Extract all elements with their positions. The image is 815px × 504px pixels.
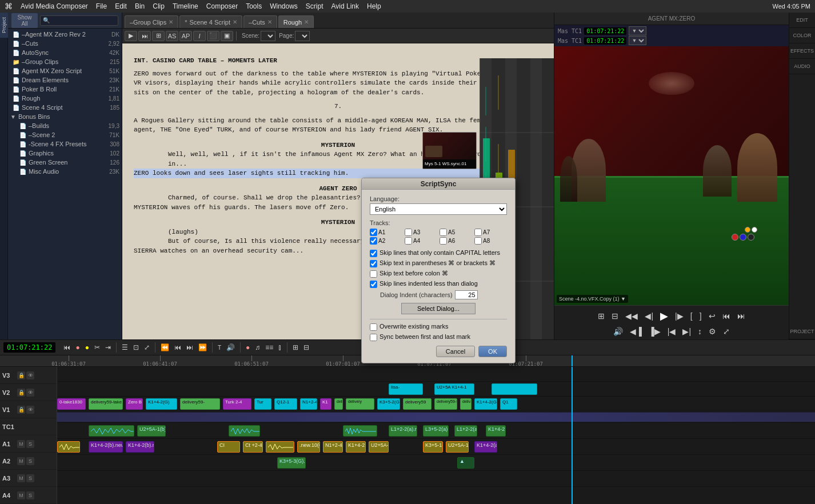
overwrite-cb[interactable]: [370, 323, 377, 331]
step-fwd-btn[interactable]: |▶: [673, 310, 686, 322]
clip-block[interactable]: K3+5-2(G): [377, 398, 400, 410]
track-vis-btn[interactable]: 👁: [26, 406, 34, 414]
transport-yellow-btn[interactable]: ●: [83, 343, 91, 351]
split-view-btn[interactable]: ⊟: [609, 310, 621, 322]
audio-clip[interactable]: U2+5A-1(b).new.02: [137, 425, 166, 437]
clip-block[interactable]: K1: [320, 398, 331, 410]
transport-prev-btn[interactable]: ⏮: [62, 343, 72, 351]
track-solo-btn[interactable]: S: [26, 474, 34, 482]
clip-block[interactable]: U2+5A K1+4-1: [434, 383, 474, 395]
list-item[interactable]: 📄 –Scene 2 71K: [8, 130, 122, 139]
clip-block[interactable]: Turk 2-4: [223, 398, 251, 410]
text-btn[interactable]: I: [193, 31, 206, 41]
ffwd-btn[interactable]: [: [688, 310, 695, 322]
transport-text-btn[interactable]: T: [216, 345, 223, 351]
clip-block[interactable]: K1+4-2(G): [146, 398, 177, 410]
clip-block[interactable]: Tur: [254, 398, 271, 410]
apple-menu[interactable]: ⌘: [5, 2, 13, 11]
transport-back-btn[interactable]: ⏮: [173, 343, 183, 351]
close-icon[interactable]: ✕: [233, 19, 237, 25]
clip-block[interactable]: K1+4-2(G): [474, 398, 497, 410]
settings-btn[interactable]: ⚙: [706, 326, 718, 337]
tab-scene4-script[interactable]: Scene 4 Script ✕: [179, 15, 242, 28]
ok-button[interactable]: OK: [478, 346, 507, 357]
transport-lft-btn[interactable]: ⇥: [103, 343, 113, 351]
audio-clip[interactable]: U2+5A-1(b).new: [369, 441, 389, 453]
clip-block[interactable]: N1+2-4: [300, 398, 317, 410]
audio-clip[interactable]: [57, 441, 80, 453]
step-back-btn[interactable]: ◀|: [642, 310, 656, 322]
track-solo-btn[interactable]: S: [26, 440, 34, 448]
transport-render-btn[interactable]: ●: [244, 343, 251, 351]
edit-panel-btn[interactable]: EDIT: [789, 13, 815, 28]
tab-group-clips[interactable]: –Group Clips ✕: [125, 15, 178, 28]
list-item[interactable]: 📄 Rough 1,81: [8, 94, 122, 103]
clip-block[interactable]: deliv: [460, 398, 472, 410]
audio-clip[interactable]: [266, 441, 294, 453]
play-btn[interactable]: ▶: [125, 31, 137, 41]
close-icon[interactable]: ✕: [304, 19, 309, 25]
audio-clip[interactable]: .new.10(G): [297, 441, 320, 453]
transport-vol-btn[interactable]: ♬: [253, 343, 262, 351]
list-item[interactable]: 📄 Scene 4 Script 185: [8, 103, 122, 112]
list-item[interactable]: 📄 Green Screen 126: [8, 158, 122, 167]
close-icon[interactable]: ✕: [267, 19, 272, 25]
audio-clip[interactable]: K1+4-2(b).new.10(G): [89, 441, 123, 453]
sync-between-cb[interactable]: [370, 334, 377, 341]
clip-block[interactable]: 0-take1830: [57, 398, 86, 410]
clip-block[interactable]: Q1: [500, 398, 517, 410]
clip-block[interactable]: [492, 383, 537, 395]
audio-btn[interactable]: 🔊: [611, 326, 625, 337]
list-item[interactable]: 📄 –Cuts 2,92: [8, 39, 122, 48]
menu-clip[interactable]: Clip: [153, 2, 165, 10]
tc2-select[interactable]: ▼: [629, 36, 646, 45]
sync-btn[interactable]: ↕: [696, 326, 704, 337]
skip-parens-cb[interactable]: [370, 260, 377, 267]
track-lock-btn[interactable]: 🔒: [17, 389, 25, 397]
audio-clip[interactable]: L3+5-2(a): [423, 425, 449, 437]
back-frame-btn[interactable]: ◀▐: [628, 326, 644, 337]
audio-clip[interactable]: K1+4-2: [486, 425, 506, 437]
transport-splice-btn[interactable]: ⊞: [291, 343, 300, 351]
goto-out-btn[interactable]: ▶|: [680, 326, 693, 337]
track-cb-a8-input[interactable]: [474, 237, 482, 245]
track-cb-a5-input[interactable]: [440, 229, 447, 236]
project-search-input[interactable]: [40, 15, 118, 26]
show-all-button[interactable]: Show All: [11, 13, 38, 28]
menu-help[interactable]: Help: [367, 2, 381, 10]
audio-clip[interactable]: L1+2-2(a): [454, 425, 477, 437]
audio-clip[interactable]: U2+5A-1(b)ne: [446, 441, 469, 453]
transport-rew-btn[interactable]: ⏪: [159, 343, 171, 351]
skip-colon-cb[interactable]: [370, 270, 377, 278]
tab-rough[interactable]: Rough ✕: [278, 15, 314, 28]
audio-clip[interactable]: Ct +2-4(a: [243, 441, 263, 453]
transport-cut-btn[interactable]: ✂: [93, 343, 102, 351]
transport-color-btn[interactable]: ●: [74, 343, 81, 351]
rew-btn[interactable]: ◀◀: [623, 310, 640, 322]
select-dialog-button[interactable]: Select Dialog...: [401, 303, 476, 314]
language-select[interactable]: English: [370, 203, 507, 215]
audio-clip[interactable]: K3+5-1(a): [423, 441, 443, 453]
list-item[interactable]: ▼ Bonus Bins: [8, 112, 122, 121]
menu-avidlink[interactable]: Avid Link: [331, 2, 359, 10]
audio-clip[interactable]: L1+2-2(a).new: [389, 425, 417, 437]
project-btn[interactable]: PROJECT: [789, 324, 815, 339]
transport-mark-btn[interactable]: ⊡: [131, 343, 141, 351]
list-item[interactable]: 📄 –Builds 19,3: [8, 121, 122, 130]
audio-clip[interactable]: CI: [217, 441, 240, 453]
clip-block[interactable]: delivery59: [403, 398, 432, 410]
close-icon[interactable]: ✕: [169, 19, 173, 25]
menu-script[interactable]: Script: [306, 2, 323, 10]
zoom-btn[interactable]: ⤢: [721, 326, 732, 337]
track-vis-btn[interactable]: 👁: [26, 389, 34, 397]
track-solo-btn[interactable]: S: [26, 457, 34, 465]
track-mute-btn[interactable]: M: [17, 491, 25, 499]
clip-block[interactable]: Q12-1: [274, 398, 297, 410]
track-cb-a4-input[interactable]: [405, 237, 412, 245]
transport-mixer-btn[interactable]: ⫿: [277, 343, 283, 351]
track-lock-btn[interactable]: 🔒: [17, 406, 25, 414]
menu-timeline[interactable]: Timeline: [173, 2, 198, 10]
menu-windows[interactable]: Windows: [270, 2, 298, 10]
clip-thumbnail-1[interactable]: Mys 5-1 WS.sync.01: [422, 132, 477, 169]
track-lock-btn[interactable]: 🔒: [17, 371, 25, 379]
